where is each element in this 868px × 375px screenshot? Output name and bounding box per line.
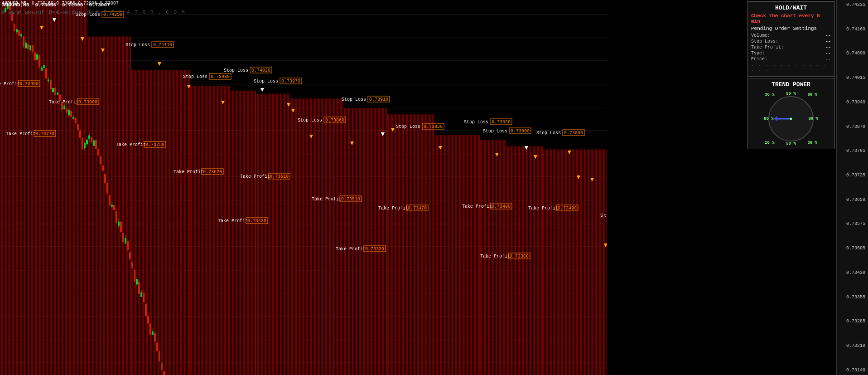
stoploss-label: Stop Loss: — [751, 39, 778, 44]
compass-label-left: 80 % — [764, 117, 774, 121]
compass-container: 80 % 50 % 30 % 80 % 80 % 30 % 50 % 10 % — [764, 92, 818, 146]
alert-text: Check the chart every 5 min — [751, 13, 831, 24]
price-tick: 0.74015 — [838, 75, 867, 80]
price-tick: 0.74235 — [838, 2, 867, 7]
dashes-decoration: · · · · · · · · · · · · · · — [751, 63, 831, 73]
compass-label-top: 50 % — [786, 92, 796, 96]
timeframe-label: M5 — [21, 1, 26, 6]
compass-label-bottom: 50 % — [786, 141, 796, 146]
symbol-label: AUDUSD — [2, 1, 18, 6]
price-tick: 0.73355 — [838, 295, 867, 300]
type-label: Type: — [751, 51, 765, 56]
compass-arrow — [776, 118, 791, 120]
right-panels: HOLD/WAIT Check the chart every 5 min Pe… — [746, 0, 836, 375]
compass-label-bottomright: 30 % — [807, 141, 817, 145]
price-info: 0.730.59 0.73056 0.72996 0.73007 — [29, 1, 119, 6]
pending-order-title: Pending Order Settings — [751, 26, 831, 31]
hold-wait-panel: HOLD/WAIT Check the chart every 5 min Pe… — [747, 1, 835, 77]
price-tick: 0.73725 — [838, 173, 867, 178]
price-tick: 0.73285 — [838, 319, 867, 324]
stoploss-value: -- — [825, 39, 831, 44]
price-tick: 0.73870 — [838, 124, 867, 129]
compass-label-topright: 80 % — [807, 93, 817, 97]
type-value: -- — [825, 51, 831, 56]
volume-label: Volume: — [751, 33, 770, 38]
trend-power-panel: TREND POWER 80 % 50 % 30 % 80 % 80 % 30 … — [747, 78, 835, 149]
compass-center-dot — [790, 118, 792, 120]
takeprofit-value: -- — [825, 45, 831, 50]
price-value: -- — [825, 57, 831, 62]
chart-top-info: AUDUSD M5 0.730.59 0.73056 0.72996 0.730… — [2, 1, 119, 6]
takeprofit-label: Take Profit: — [751, 45, 784, 50]
compass-label-topleft: 30 % — [765, 93, 775, 97]
price-label: Price: — [751, 57, 767, 62]
price-tick: 0.73430 — [838, 270, 867, 275]
watermark: © WWW.TREND-IMPERATOR.COM — [1, 10, 98, 15]
trend-power-title: TREND POWER — [751, 81, 831, 88]
price-tick: 0.74160 — [838, 27, 867, 32]
compass-label-right: 80 % — [808, 117, 818, 121]
price-tick: 0.73795 — [838, 148, 867, 153]
compass-label-bottomleft: 10 % — [765, 141, 775, 145]
price-axis: 0.742350.741600.740900.740150.739400.738… — [836, 0, 868, 375]
price-tick: 0.73940 — [838, 100, 867, 105]
price-tick: 0.73575 — [838, 221, 867, 226]
price-tick: 0.73650 — [838, 197, 867, 202]
price-tick: 0.73210 — [838, 343, 867, 348]
hold-wait-title: HOLD/WAIT — [751, 5, 831, 11]
chart-container: AUDUSD M5 0.730.59 0.73056 0.72996 0.730… — [0, 0, 607, 375]
price-tick: 0.73140 — [838, 368, 867, 373]
volume-value: -- — [825, 33, 831, 38]
price-tick: 0.73505 — [838, 246, 867, 251]
price-tick: 0.74090 — [838, 51, 867, 56]
